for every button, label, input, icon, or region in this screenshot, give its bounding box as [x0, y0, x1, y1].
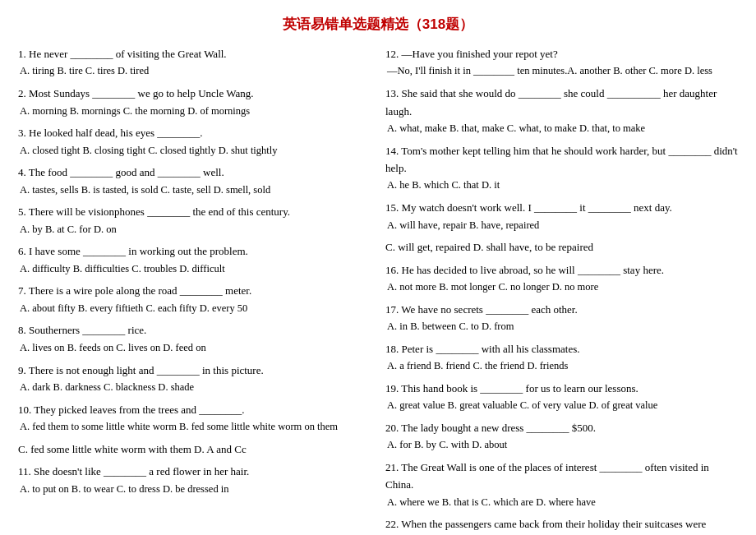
question-text: 8. Southerners ________ rice. [18, 321, 371, 339]
question-options: A. by B. at C. for D. on [18, 221, 371, 238]
question-options: A. what, make B. that, make C. what, to … [385, 120, 738, 137]
question-options: A. for B. by C. with D. about [385, 436, 738, 454]
question-block: 11. She doesn't like ________ a red flow… [18, 463, 371, 497]
question-text: 21. The Great Wall is one of the places … [385, 459, 738, 494]
page-title: 英语易错单选题精选（318题） [18, 15, 738, 34]
question-options: A. closed tight B. closing tight C. clos… [18, 142, 371, 159]
question-block: 21. The Great Wall is one of the places … [385, 459, 738, 511]
question-options: A. in B. between C. to D. from [385, 318, 738, 335]
question-block: 5. There will be visionphones ________ t… [18, 203, 371, 238]
question-options: —No, I'll finish it in ________ ten minu… [385, 62, 738, 80]
question-block: 19. This hand book is ________ for us to… [385, 380, 738, 414]
question-block: 7. There is a wire pole along the road _… [18, 282, 371, 316]
question-text: 7. There is a wire pole along the road _… [18, 282, 371, 299]
question-block: 18. Peter is ________ with all his class… [385, 340, 738, 375]
question-options: A. he B. which C. that D. it [385, 177, 738, 194]
question-continuation: C. will get, repaired D. shall have, to … [385, 238, 738, 256]
question-options: A. not more B. mot longer C. no longer D… [385, 279, 738, 296]
question-block: 3. He looked half dead, his eyes _______… [18, 124, 371, 159]
question-block: 4. The food ________ good and ________ w… [18, 164, 371, 198]
question-text: 22. When the passengers came back from t… [385, 515, 738, 535]
content-area: 1. He never ________ of visiting the Gre… [18, 45, 738, 535]
question-text: 13. She said that she would do ________ … [385, 85, 738, 120]
question-text: 2. Most Sundays ________ we go to help U… [18, 85, 371, 102]
question-options: A. morning B. mornings C. the morning D.… [18, 103, 371, 120]
question-options: A. tiring B. tire C. tires D. tired [18, 62, 371, 80]
question-text: 1. He never ________ of visiting the Gre… [18, 45, 371, 62]
question-block: C. will get, repaired D. shall have, to … [385, 238, 738, 256]
question-text: 19. This hand book is ________ for us to… [385, 380, 738, 397]
question-text: 14. Tom's mother kept telling him that h… [385, 142, 738, 178]
question-options: A. about fifty B. every fiftieth C. each… [18, 300, 371, 317]
question-options: A. lives on B. feeds on C. lives on D. f… [18, 339, 371, 357]
question-block: 6. I have some ________ in working out t… [18, 242, 371, 277]
question-text: 16. He has decided to live abroad, so he… [385, 261, 738, 279]
question-text: 4. The food ________ good and ________ w… [18, 164, 371, 181]
question-options: A. great value B. great valuable C. of v… [385, 397, 738, 414]
question-options: A. where we B. that is C. which are D. w… [385, 494, 738, 511]
question-block: 16. He has decided to live abroad, so he… [385, 261, 738, 296]
question-options: A. difficulty B. difficulties C. trouble… [18, 261, 371, 278]
question-block: 2. Most Sundays ________ we go to help U… [18, 85, 371, 119]
left-column: 1. He never ________ of visiting the Gre… [18, 45, 371, 535]
question-block: 12. —Have you finished your repot yet?—N… [385, 45, 738, 80]
question-block: 20. The lady bought a new dress ________… [385, 419, 738, 454]
question-block: C. fed some little white worm with them … [18, 440, 371, 458]
question-options: A. will have, repair B. have, repaired [385, 217, 738, 234]
right-column: 12. —Have you finished your repot yet?—N… [385, 45, 738, 535]
question-text: 3. He looked half dead, his eyes _______… [18, 124, 371, 141]
question-text: 10. They picked leaves from the trees an… [18, 401, 371, 418]
question-options: A. to put on B. to wear C. to dress D. b… [18, 481, 371, 498]
question-text: 15. My watch doesn't work well. I ______… [385, 199, 738, 216]
question-block: 17. We have no secrets ________ each oth… [385, 301, 738, 335]
question-block: 14. Tom's mother kept telling him that h… [385, 142, 738, 195]
question-options: A. dark B. darkness C. blackness D. shad… [18, 379, 371, 396]
question-text: 20. The lady bought a new dress ________… [385, 419, 738, 436]
question-text: 11. She doesn't like ________ a red flow… [18, 463, 371, 480]
question-text: 18. Peter is ________ with all his class… [385, 340, 738, 357]
question-block: 10. They picked leaves from the trees an… [18, 401, 371, 436]
question-text: 6. I have some ________ in working out t… [18, 242, 371, 260]
question-options: A. tastes, sells B. is tasted, is sold C… [18, 182, 371, 199]
question-block: 13. She said that she would do ________ … [385, 85, 738, 137]
question-options: A. a friend B. friend C. the friend D. f… [385, 357, 738, 375]
question-options: A. fed them to some little white worm B.… [18, 418, 371, 436]
question-block: 22. When the passengers came back from t… [385, 515, 738, 535]
question-text: 5. There will be visionphones ________ t… [18, 203, 371, 220]
question-text: 17. We have no secrets ________ each oth… [385, 301, 738, 318]
question-continuation: C. fed some little white worm with them … [18, 440, 371, 458]
question-text: 9. There is not enough light and _______… [18, 362, 371, 379]
question-block: 9. There is not enough light and _______… [18, 362, 371, 396]
question-text: 12. —Have you finished your repot yet? [385, 45, 738, 62]
question-block: 1. He never ________ of visiting the Gre… [18, 45, 371, 80]
question-block: 15. My watch doesn't work well. I ______… [385, 199, 738, 233]
question-block: 8. Southerners ________ rice.A. lives on… [18, 321, 371, 356]
